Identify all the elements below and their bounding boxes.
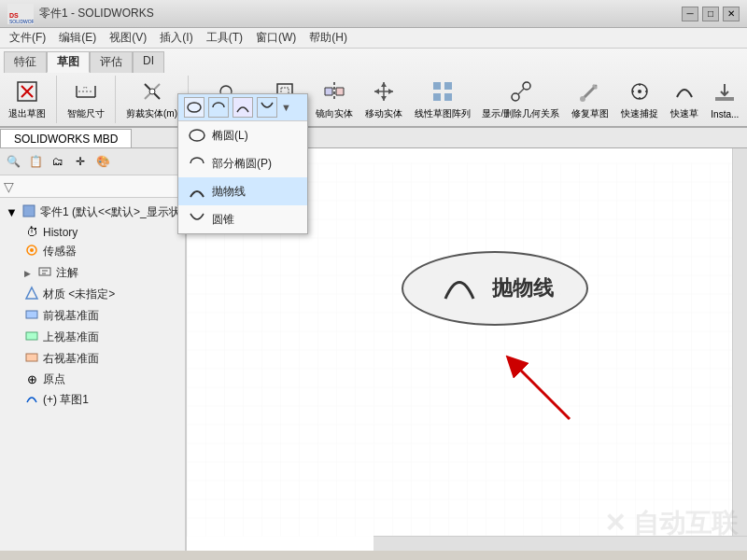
tree-top-plane[interactable]: 上视基准面 (0, 327, 185, 348)
quick-snap-button[interactable]: 快速捕捉 (616, 76, 662, 123)
sidebar-tool-tree[interactable]: 📋 (25, 151, 46, 172)
ribbon-content: 退出草图 ↔ 智能尺寸 剪裁实体(m) (4, 76, 743, 123)
dropdown-menu: ▼ 椭圆(L) 部分椭圆(P) 抛物线 圆锥 (177, 93, 308, 234)
tree-annotation-label: 注解 (56, 265, 78, 281)
tree-sketch1-label: (+) 草图1 (43, 392, 89, 408)
dropdown-item-ellipse[interactable]: 椭圆(L) (178, 121, 307, 149)
svg-rect-28 (26, 332, 37, 340)
watermark: ✕ 自动互联 (604, 506, 738, 541)
tree-sensor[interactable]: 传感器 (0, 241, 185, 262)
quick-sketch-label: 快速草 (670, 107, 698, 120)
sidebar-tool-folder[interactable]: 🗂 (48, 151, 68, 172)
filter-bar: ▽ (0, 175, 185, 198)
repair-label: 修复草图 (571, 107, 609, 120)
tree-right-plane-icon (24, 350, 39, 368)
menu-tools[interactable]: 工具(T) (201, 28, 248, 48)
partial-ellipse-btn[interactable] (208, 97, 229, 118)
tree-history[interactable]: ⏱ History (0, 223, 185, 241)
tree-root-label: 零件1 (默认<<默认>_显示状态 1>) (40, 204, 185, 220)
tree-root[interactable]: ▼ 零件1 (默认<<默认>_显示状态 1>) (0, 202, 185, 223)
ribbon-group-dim: ↔ 智能尺寸 (63, 76, 116, 123)
svg-point-5 (149, 89, 155, 94)
tree-sketch-icon (24, 391, 39, 409)
mirror-label: 镜向实体 (316, 107, 353, 120)
svg-text:↔: ↔ (82, 84, 89, 91)
mbd-tab[interactable]: SOLIDWORKS MBD (0, 129, 132, 147)
dropdown-item-partial-ellipse[interactable]: 部分椭圆(P) (178, 149, 307, 177)
menu-file[interactable]: 文件(F) (4, 28, 51, 48)
svg-point-16 (512, 93, 519, 101)
smart-dim-button[interactable]: ↔ 智能尺寸 (63, 76, 109, 123)
tree-view: ▼ 零件1 (默认<<默认>_显示状态 1>) ⏱ History 传感器 (0, 198, 185, 551)
tab-evaluate[interactable]: 评估 (90, 51, 133, 73)
exit-sketch-button[interactable]: 退出草图 (4, 76, 50, 123)
tab-di[interactable]: DI (133, 51, 164, 73)
ribbon-group-exit: 退出草图 (4, 76, 57, 123)
parabola-label: 抛物线 (212, 184, 246, 200)
quick-snap-icon (627, 78, 653, 107)
dropdown-item-conic[interactable]: 圆锥 (178, 205, 307, 233)
dropdown-item-parabola[interactable]: 抛物线 (178, 177, 307, 205)
svg-marker-9 (381, 96, 387, 101)
exit-sketch-label: 退出草图 (8, 107, 46, 120)
show-relations-button[interactable]: 显示/删除几何关系 (478, 76, 563, 123)
tree-annotation-icon (37, 264, 52, 282)
svg-rect-21 (715, 97, 734, 101)
quick-sketch-button[interactable]: 快速草 (666, 76, 702, 123)
tree-material[interactable]: 材质 <未指定> (0, 284, 185, 305)
linear-pattern-button[interactable]: 线性草图阵列 (411, 76, 475, 123)
svg-marker-10 (374, 89, 379, 94)
repair-icon (577, 78, 603, 107)
tree-right-plane-label: 右视基准面 (43, 351, 99, 367)
close-button[interactable]: ✕ (723, 7, 740, 21)
menu-window[interactable]: 窗口(W) (250, 28, 302, 48)
ribbon-tabs: 特征 草图 评估 DI (4, 51, 743, 73)
install-button[interactable]: Insta... (707, 77, 743, 122)
trim-entity-button[interactable]: 剪裁实体(m) (121, 76, 182, 123)
title-buttons: ─ □ ✕ (682, 7, 740, 21)
svg-point-33 (190, 130, 204, 141)
annotation-parabola-icon (436, 261, 483, 316)
menu-help[interactable]: 帮助(H) (303, 28, 353, 48)
tree-material-label: 材质 <未指定> (43, 287, 115, 302)
ellipse-shape-btn[interactable] (184, 97, 204, 118)
conic-btn[interactable] (257, 97, 277, 118)
minimize-button[interactable]: ─ (682, 7, 698, 21)
tree-top-plane-icon (24, 329, 39, 346)
sidebar-tool-color[interactable]: 🎨 (92, 151, 113, 172)
move-entity-button[interactable]: 移动实体 (361, 76, 407, 123)
ribbon: 特征 草图 评估 DI 退出草图 ↔ 智能尺寸 (0, 49, 747, 128)
repair-sketch-button[interactable]: 修复草图 (567, 76, 613, 123)
tree-right-plane[interactable]: 右视基准面 (0, 348, 185, 370)
tab-features[interactable]: 特征 (4, 51, 47, 73)
svg-point-20 (638, 90, 641, 93)
svg-rect-29 (26, 354, 37, 361)
tree-annotation[interactable]: ▶ 注解 (0, 262, 185, 284)
tab-sketch[interactable]: 草图 (47, 51, 90, 73)
parabola-shape-btn[interactable] (233, 97, 253, 118)
tree-root-icon: ▼ (6, 205, 18, 219)
tree-sensor-icon (24, 243, 39, 260)
menu-insert[interactable]: 插入(I) (154, 28, 198, 48)
maximize-button[interactable]: □ (702, 7, 719, 21)
tree-origin-label: 原点 (43, 371, 65, 387)
svg-point-32 (188, 103, 201, 112)
tree-front-plane[interactable]: 前视基准面 (0, 305, 185, 327)
tree-origin[interactable]: ⊕ 原点 (0, 370, 185, 389)
svg-point-17 (523, 82, 530, 90)
relations-label: 显示/删除几何关系 (482, 107, 559, 120)
tree-sketch1[interactable]: (+) 草图1 (0, 389, 185, 411)
sidebar-tool-add[interactable]: ✛ (70, 151, 91, 172)
tree-top-plane-label: 上视基准面 (43, 329, 99, 345)
menu-edit[interactable]: 编辑(E) (53, 28, 102, 48)
svg-rect-15 (444, 93, 452, 101)
sidebar-tool-search[interactable]: 🔍 (3, 151, 23, 172)
smart-dim-label: 智能尺寸 (67, 107, 105, 120)
svg-marker-11 (388, 89, 393, 94)
mirror-button[interactable]: 镜向实体 (312, 76, 358, 123)
right-scrollbar[interactable] (732, 148, 747, 536)
menu-view[interactable]: 视图(V) (104, 28, 152, 48)
tree-sensor-label: 传感器 (43, 244, 77, 259)
conic-label: 圆锥 (212, 212, 234, 228)
trim-label: 剪裁实体(m) (126, 107, 177, 120)
